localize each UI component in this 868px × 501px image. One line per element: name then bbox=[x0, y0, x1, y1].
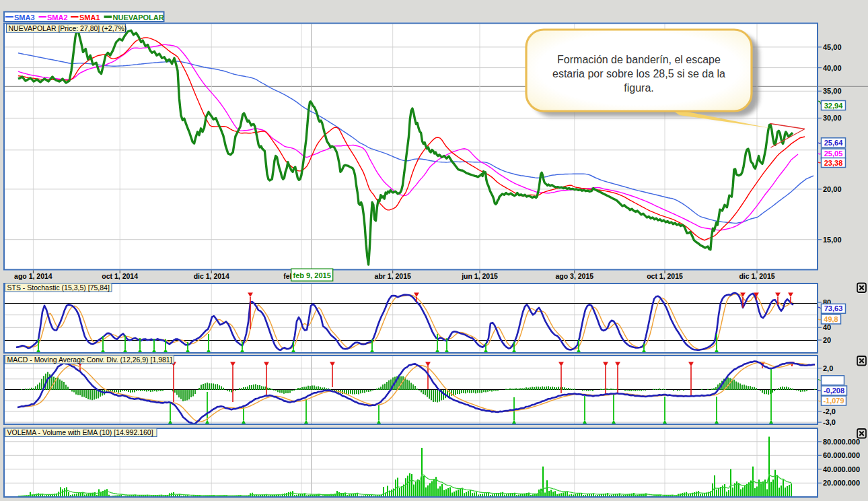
svg-text:45,00: 45,00 bbox=[823, 43, 842, 51]
svg-text:STS - Stochastic (15,3,5) [75,: STS - Stochastic (15,3,5) [75,84] bbox=[7, 283, 110, 292]
svg-text:estaria por sobre los 28,5 si: estaria por sobre los 28,5 si se da la bbox=[552, 68, 725, 79]
svg-text:-0,208: -0,208 bbox=[824, 387, 844, 395]
svg-text:-2,0: -2,0 bbox=[823, 407, 836, 415]
svg-text:40,00: 40,00 bbox=[823, 64, 842, 72]
svg-text:20: 20 bbox=[823, 336, 831, 344]
svg-text:NUEVAPOLAR [Price: 27,80] (+2,: NUEVAPOLAR [Price: 27,80] (+2,7%) bbox=[9, 24, 127, 32]
svg-text:NUEVAPOLAR: NUEVAPOLAR bbox=[113, 13, 164, 22]
svg-text:SMA3: SMA3 bbox=[14, 13, 35, 22]
svg-text:dic 1, 2015: dic 1, 2015 bbox=[739, 272, 774, 280]
svg-text:80.000.000: 80.000.000 bbox=[823, 438, 860, 446]
svg-text:35,00: 35,00 bbox=[823, 87, 842, 95]
svg-text:23,38: 23,38 bbox=[824, 159, 843, 167]
svg-text:60.000.000: 60.000.000 bbox=[823, 451, 860, 459]
svg-text:40.000.000: 40.000.000 bbox=[823, 465, 860, 473]
svg-text:ago 3, 2015: ago 3, 2015 bbox=[555, 272, 593, 280]
svg-text:2,0: 2,0 bbox=[823, 364, 833, 372]
svg-text:20,00: 20,00 bbox=[823, 185, 842, 193]
svg-text:-1,079: -1,079 bbox=[823, 397, 844, 405]
svg-text:abr 1, 2015: abr 1, 2015 bbox=[375, 272, 411, 280]
svg-text:-3,0: -3,0 bbox=[823, 418, 836, 426]
svg-text:VOLEMA - Volume with EMA (10): VOLEMA - Volume with EMA (10) [14.992.16… bbox=[7, 428, 153, 436]
svg-text:30,00: 30,00 bbox=[823, 114, 842, 122]
svg-text:Formación de banderín, el esca: Formación de banderín, el escape bbox=[557, 54, 721, 65]
svg-text:SMA2: SMA2 bbox=[47, 13, 68, 22]
svg-text:49,8: 49,8 bbox=[824, 315, 838, 323]
svg-text:feb 9, 2015: feb 9, 2015 bbox=[293, 271, 331, 279]
svg-text:ago 1, 2014: ago 1, 2014 bbox=[14, 272, 52, 280]
svg-text:oct 1, 2015: oct 1, 2015 bbox=[647, 272, 683, 280]
svg-text:MACD - Moving Average Conv. Di: MACD - Moving Average Conv. Div. (12,26,… bbox=[7, 356, 172, 364]
svg-text:73,63: 73,63 bbox=[824, 304, 843, 312]
svg-text:25,05: 25,05 bbox=[824, 149, 843, 158]
svg-text:40: 40 bbox=[823, 323, 831, 331]
svg-text:figura.: figura. bbox=[624, 82, 653, 94]
svg-text:25,64: 25,64 bbox=[824, 139, 843, 147]
svg-text:15,00: 15,00 bbox=[823, 236, 842, 244]
svg-text:32,94: 32,94 bbox=[824, 102, 843, 110]
svg-text:20.000.000: 20.000.000 bbox=[823, 479, 860, 487]
svg-text:dic 1, 2014: dic 1, 2014 bbox=[194, 272, 229, 280]
svg-text:SMA1: SMA1 bbox=[79, 13, 100, 22]
svg-text:jun 1, 2015: jun 1, 2015 bbox=[461, 272, 498, 280]
svg-text:oct 1, 2014: oct 1, 2014 bbox=[102, 272, 138, 280]
